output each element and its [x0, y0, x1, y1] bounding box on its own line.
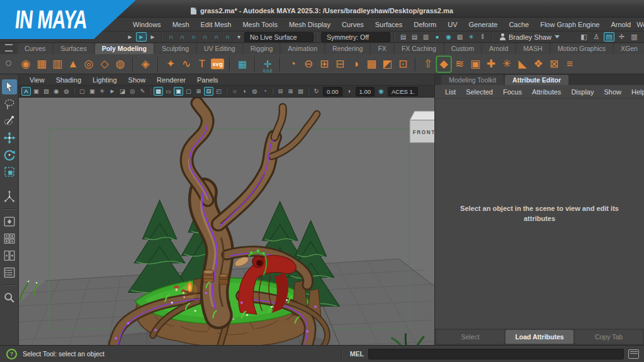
platonic-solid-icon[interactable]: ◈ [138, 57, 152, 72]
symmetry-field[interactable]: Symmetry: Off [321, 32, 390, 42]
attribute-editor-menu-item-attributes[interactable]: Attributes [527, 88, 566, 96]
render-settings-icon[interactable]: ▤ [398, 32, 409, 42]
toggle-channel-box-icon[interactable]: ▥ [629, 32, 640, 42]
crease-tool-icon[interactable]: ⊠ [547, 57, 561, 72]
duplicate-special-icon[interactable]: ⊡ [396, 57, 410, 72]
safe-action-icon[interactable]: ⊡ [204, 87, 213, 96]
quad-draw-icon[interactable]: ❖ [531, 57, 545, 72]
shelf-tab-custom[interactable]: Custom [444, 43, 481, 54]
layout-four-pane-button[interactable] [2, 231, 17, 246]
gamma-icon[interactable]: ◑ [344, 87, 354, 96]
viewport-canvas[interactable]: FRONT persp [19, 98, 434, 345]
menu-item-uv[interactable]: UV [442, 21, 463, 28]
shelf-menu-icon[interactable] [5, 44, 13, 52]
poly-cone-icon[interactable]: ▲ [66, 57, 80, 72]
shelf-tab-xgen[interactable]: XGen [614, 43, 644, 54]
render-setup-icon[interactable]: ▥ [421, 32, 431, 42]
film-gate-icon[interactable]: ▭ [164, 87, 173, 96]
image-plane-icon[interactable]: ▣ [31, 87, 41, 96]
toggle-modeling-toolkit-icon[interactable]: ◧ [579, 32, 589, 42]
poly-sphere-icon[interactable]: ◉ [19, 57, 33, 72]
grid-toggle-icon[interactable]: ▦ [154, 87, 163, 96]
view-cube[interactable]: FRONT [410, 111, 434, 143]
panel-tab-modeling-toolkit[interactable]: Modeling Toolkit [441, 75, 504, 85]
menu-item-generate[interactable]: Generate [463, 21, 504, 28]
render-sequence-icon[interactable]: ▧ [455, 32, 465, 42]
shelf-tab-mash[interactable]: MASH [516, 43, 549, 54]
render-current-frame-icon[interactable]: ● [432, 32, 443, 42]
toggle-tool-settings-icon[interactable]: ✛ [616, 32, 627, 42]
toggle-character-controls-icon[interactable]: ♙ [591, 32, 602, 42]
exposure-field[interactable]: 0.00 [323, 87, 342, 96]
shelf-tab-surfaces[interactable]: Surfaces [54, 43, 93, 54]
menu-item-surfaces[interactable]: Surfaces [370, 21, 408, 28]
shelf-tab-fx[interactable]: FX [371, 43, 393, 54]
viewport-menu-item-renderer[interactable]: Renderer [151, 76, 191, 84]
layout-single-pane-button[interactable] [2, 214, 17, 229]
layout-outliner-button[interactable] [2, 265, 17, 280]
menu-item-windows[interactable]: Windows [127, 21, 167, 28]
shelf-tab-rendering[interactable]: Rendering [325, 43, 370, 54]
select-hierarchy-icon[interactable]: ► [125, 32, 135, 42]
sweep-mesh-icon[interactable]: ∿ [179, 57, 193, 72]
shelf-tab-uv-editing[interactable]: UV Editing [197, 43, 242, 54]
live-surface-field[interactable]: No Live Surface [244, 32, 314, 42]
snap-grid-icon[interactable]: ∩ [166, 32, 176, 42]
select-component-icon[interactable]: ► [147, 32, 158, 42]
shelf-tab-motion-graphics[interactable]: Motion Graphics [551, 43, 613, 54]
target-weld-icon[interactable]: ≡ [563, 57, 577, 72]
shelf-tab-curves[interactable]: Curves [18, 43, 52, 54]
snap-view-plane-icon[interactable]: ∩ [211, 32, 222, 42]
light-editor-icon[interactable]: ✳ [466, 32, 477, 42]
shelf-tab-fx-caching[interactable]: FX Caching [395, 43, 443, 54]
boolean-union-icon[interactable]: ⊞ [317, 57, 331, 72]
grease-pencil-icon[interactable]: ✎ [138, 87, 147, 96]
snap-curve-icon[interactable]: ∩ [177, 32, 188, 42]
attribute-editor-menu-item-help[interactable]: Help [626, 88, 644, 96]
multi-cut-icon[interactable]: ✚ [484, 57, 498, 72]
ao-toggle-icon[interactable]: ◍ [250, 87, 259, 96]
lasso-tool-button[interactable] [2, 96, 17, 111]
separate-icon[interactable]: ⊖ [302, 57, 315, 72]
menu-item-arnold[interactable]: Arnold [605, 21, 636, 28]
camera-lock-icon[interactable]: ▣ [88, 87, 97, 96]
shelf-tab-arnold[interactable]: Arnold [482, 43, 515, 54]
combine-icon[interactable]: ◔ [286, 57, 300, 72]
viewport-menu-item-panels[interactable]: Panels [191, 76, 224, 84]
screenshot-icon[interactable]: ▤ [296, 87, 305, 96]
ipr-render-icon[interactable]: ◉ [443, 32, 454, 42]
image-plane-add-icon[interactable]: ◪ [118, 87, 127, 96]
shadows-toggle-icon[interactable]: ◗ [240, 87, 249, 96]
construction-plane-icon[interactable]: ✛0,0,0 [261, 57, 274, 72]
menu-item-mesh-display[interactable]: Mesh Display [283, 21, 336, 28]
shelf-tab-poly-modeling[interactable]: Poly Modeling [95, 43, 154, 54]
panel-button-load-attributes[interactable]: Load Attributes [506, 330, 573, 344]
command-line-language[interactable]: MEL [350, 350, 364, 358]
modeling-toolkit-icon[interactable]: ▦ [235, 57, 249, 72]
zoom-tool-button[interactable] [2, 290, 17, 305]
gamma-field[interactable]: 1.00 [356, 87, 375, 96]
3d-scene[interactable]: FRONT persp [19, 98, 434, 345]
svg-tool-icon[interactable]: svg [211, 59, 224, 69]
panel-button-select[interactable]: Select [436, 330, 504, 344]
gate-mask-icon[interactable]: ▢ [184, 87, 193, 96]
type-tool-icon[interactable]: T [195, 57, 209, 72]
extrude-icon[interactable]: ⇧ [421, 57, 435, 72]
poly-disc-icon[interactable]: ◍ [113, 57, 127, 72]
viewport-menu-item-shading[interactable]: Shading [50, 76, 87, 84]
menu-item-deform[interactable]: Deform [408, 21, 442, 28]
rotate-tool-button[interactable] [2, 147, 17, 162]
shelf-tab-sculpting[interactable]: Sculpting [155, 43, 196, 54]
exposure-icon[interactable]: ↻ [312, 87, 321, 96]
resolution-gate-icon[interactable]: ▣ [174, 87, 183, 96]
script-editor-icon[interactable] [628, 349, 639, 359]
poly-plane-icon[interactable]: ◇ [98, 57, 111, 72]
select-object-icon[interactable]: ► [136, 32, 147, 42]
super-shape-icon[interactable]: ✦ [164, 57, 178, 72]
light-view-icon[interactable]: ◍ [62, 87, 71, 96]
move-tool-button[interactable] [2, 130, 17, 145]
field-chart-icon[interactable]: ⊞ [194, 87, 203, 96]
boolean-difference-icon[interactable]: ⊟ [333, 57, 347, 72]
camera-select-icon[interactable]: ▢ [77, 87, 87, 96]
attribute-editor-menu-item-selected[interactable]: Selected [461, 88, 498, 96]
